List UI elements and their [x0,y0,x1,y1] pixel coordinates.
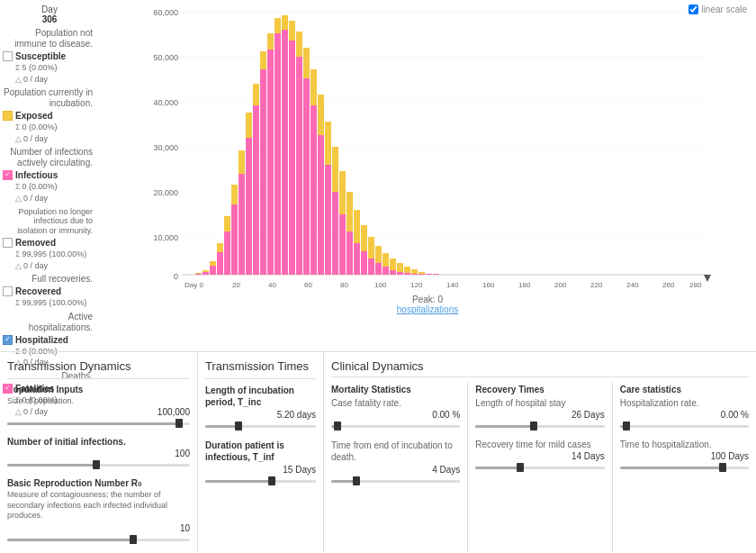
svg-text:240: 240 [626,281,639,289]
transmission-dynamics-title: Transmission Dynamics [7,359,190,373]
bottom-panels: Transmission Dynamics Population Inputs … [0,351,756,553]
fatalities-checkbox[interactable] [3,384,13,394]
day-title: Day [41,5,58,14]
svg-text:60: 60 [304,281,312,289]
infectious-duration-title: Duration patient is infectious, T_inf [205,440,316,463]
svg-rect-57 [274,33,281,275]
svg-text:40,000: 40,000 [153,98,178,107]
svg-text:160: 160 [482,281,495,289]
reproduction-desc: Measure of contagiousness: the number of… [7,490,190,521]
svg-rect-55 [260,69,266,275]
svg-text:280: 280 [689,281,702,289]
susceptible-checkbox[interactable] [3,51,13,61]
svg-rect-59 [289,41,295,275]
svg-rect-77 [418,274,425,275]
svg-rect-50 [224,231,230,275]
svg-text:140: 140 [446,281,459,289]
svg-rect-62 [310,105,317,275]
chart-container: linear scale 60,000 50,000 40,000 30,000… [99,0,756,351]
svg-rect-61 [303,78,310,275]
clinical-dynamics-title: Clinical Dynamics [324,352,756,373]
svg-rect-68 [354,243,360,275]
svg-rect-66 [339,214,346,275]
time-to-hospital-section: Time to hospitalization. 100 Days [620,440,749,474]
initial-infections-slider[interactable] [7,458,190,471]
linear-scale-checkbox[interactable] [688,5,698,14]
hospital-stay-slider[interactable] [475,420,604,432]
svg-text:80: 80 [340,281,348,289]
svg-rect-46 [195,274,202,275]
svg-rect-60 [296,57,302,275]
initial-infections-title: Number of initial infections. [7,437,190,447]
svg-rect-56 [267,50,274,275]
removed-item: Removed [3,238,96,248]
legend-removed-section: Population no longer infectious due to i… [3,207,96,272]
susceptible-stats: Σ5 (0.00%) △0 / day [3,62,96,85]
infectious-duration-slider[interactable] [205,475,316,487]
susceptible-item: Susceptible [3,51,96,61]
infectious-item: Infectious [3,170,96,180]
svg-text:30,000: 30,000 [153,143,178,152]
infectious-duration-value: 15 Days [205,465,316,475]
initial-infections-section: Number of initial infections. 100 [7,437,190,471]
peak-link[interactable]: hospitalizations [397,304,458,314]
svg-rect-74 [397,272,403,275]
recovery-title: Recovery Times [475,385,604,394]
removed-checkbox[interactable] [3,238,13,248]
infectious-name: Infectious [15,170,58,180]
time-to-hospital-slider[interactable] [620,461,749,474]
svg-rect-51 [231,204,238,275]
svg-rect-72 [382,267,389,275]
removed-stats: Σ99,995 (100.00%) △0 / day [3,249,96,271]
hospital-stay-section: Length of hospital stay 26 Days [475,398,604,432]
svg-rect-49 [217,252,223,275]
recovered-item: Recovered [3,286,96,296]
population-value: 100,000 [7,407,190,417]
case-fatality-title: Case fatality rate. [331,398,460,408]
recovered-desc: Full recoveries. [3,274,96,285]
svg-text:20: 20 [232,281,240,289]
svg-text:60,000: 60,000 [153,8,178,17]
death-time-slider[interactable] [331,475,460,487]
death-time-section: Time from end of incubation to death. 4 … [331,440,460,487]
hospitalization-rate-slider[interactable] [620,420,749,432]
mild-recovery-slider[interactable] [475,461,604,474]
hospitalized-name: Hospitalized [15,335,68,345]
clinical-dynamics-area: Clinical Dynamics Mortality Statistics C… [324,352,756,553]
chart-area: Day 306 Population not immune to disease… [0,0,756,351]
linear-scale-control: linear scale [688,5,747,14]
reproduction-title: Basic Reproduction Number R₀ [7,478,190,488]
reproduction-slider[interactable] [7,533,190,546]
population-slider[interactable] [7,417,190,430]
svg-rect-58 [282,30,288,275]
mild-recovery-section: Recovery time for mild cases 14 Days [475,440,604,474]
recovery-panel: Recovery Times Length of hospital stay 2… [468,381,612,553]
removed-name: Removed [15,238,56,248]
hospitalized-desc: Active hospitalizations. [3,312,96,333]
mild-recovery-value: 14 Days [475,451,604,461]
svg-rect-48 [210,266,216,275]
hospitalization-rate-title: Hospitalization rate. [620,398,749,408]
case-fatality-slider[interactable] [331,420,460,432]
incubation-slider[interactable] [205,420,316,432]
hospitalization-rate-section: Hospitalization rate. 0.00 % [620,398,749,432]
exposed-item: Exposed [3,111,96,121]
hospitalized-checkbox[interactable] [3,335,13,345]
transmission-times-title: Transmission Times [205,359,316,373]
svg-rect-70 [368,258,374,275]
transmission-dynamics-panel: Transmission Dynamics Population Inputs … [0,352,198,553]
svg-rect-65 [332,192,338,275]
hospital-stay-title: Length of hospital stay [475,398,604,408]
svg-text:20,000: 20,000 [153,188,178,197]
care-title: Care statistics [620,385,749,394]
death-time-value: 4 Days [331,465,460,475]
recovered-checkbox[interactable] [3,286,13,296]
svg-rect-76 [411,274,418,275]
mortality-title: Mortality Statistics [331,385,460,394]
reproduction-section: Basic Reproduction Number R₀ Measure of … [7,478,190,546]
exposed-checkbox[interactable] [3,111,13,121]
svg-rect-75 [404,273,410,275]
infectious-checkbox[interactable] [3,170,13,180]
removed-desc: Population no longer infectious due to i… [3,207,96,236]
linear-scale-label: linear scale [701,5,747,14]
